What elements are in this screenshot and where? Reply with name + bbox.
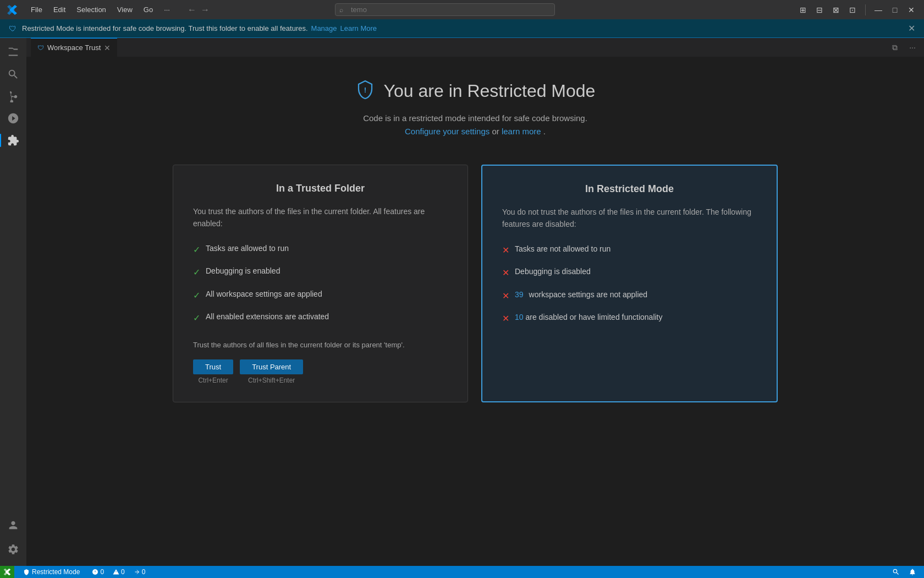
trust-parent-shortcut: Ctrl+Shift+Enter [248, 377, 295, 384]
trusted-card-description: You trust the authors of the files in th… [193, 205, 448, 230]
x-icon: ✕ [502, 313, 509, 325]
status-errors: 0 0 0 [89, 566, 148, 578]
shield-icon: 🛡 [9, 24, 16, 33]
maximize-button[interactable]: □ [889, 4, 901, 16]
check-icon: ✓ [193, 312, 200, 324]
restricted-mode-label: Restricted Mode [32, 568, 80, 576]
layout-icon-3[interactable]: ⊠ [830, 4, 842, 16]
x-icon: ✕ [502, 290, 509, 302]
trusted-folder-card: In a Trusted Folder You trust the author… [173, 165, 468, 402]
restricted-features-list: ✕ Tasks are not allowed to run ✕ Debuggi… [502, 244, 757, 325]
header-section: ! You are in Restricted Mode Code is in … [228, 79, 723, 138]
workspace-settings-link[interactable]: 39 [515, 290, 524, 301]
menu-selection[interactable]: Selection [72, 4, 110, 15]
configure-settings-link[interactable]: Configure your settings [405, 127, 490, 136]
tab-close-button[interactable]: ✕ [104, 43, 111, 52]
list-item: ✓ Tasks are allowed to run [193, 243, 448, 256]
trust-buttons-group: Trust Ctrl+Enter Trust Parent Ctrl+Shift… [193, 359, 448, 384]
split-editor-button[interactable]: ⧉ [888, 40, 902, 54]
sidebar-item-explorer[interactable] [3, 42, 23, 62]
title-bar: File Edit Selection View Go ··· ← → ⌕ ⊞ … [0, 0, 924, 19]
activity-bar [0, 38, 26, 566]
header-subtitle: Code is in a restricted mode intended fo… [228, 112, 723, 138]
errors-item[interactable]: 0 [89, 566, 107, 578]
tab-shield-icon: 🛡 [37, 44, 44, 52]
vscode-status-icon[interactable] [0, 566, 14, 578]
info-item[interactable]: 0 [130, 566, 149, 578]
check-icon: ✓ [193, 290, 200, 302]
settings-button[interactable] [3, 539, 23, 559]
list-item: ✓ All enabled extensions are activated [193, 312, 448, 324]
list-item: ✕ 39 workspace settings are not applied [502, 290, 757, 302]
layout-icon-1[interactable]: ⊞ [797, 4, 809, 16]
extensions-link[interactable]: 10 [515, 313, 524, 321]
menu-file[interactable]: File [26, 4, 47, 15]
menu-more[interactable]: ··· [160, 4, 174, 15]
page-title: ! You are in Restricted Mode [228, 79, 723, 103]
editor-area: 🛡 Workspace Trust ✕ ⧉ ··· ! [26, 38, 924, 566]
learn-more-link[interactable]: Learn More [340, 24, 377, 32]
main-area: 🛡 Workspace Trust ✕ ⧉ ··· ! [0, 38, 924, 566]
tab-label: Workspace Trust [47, 43, 101, 52]
list-item: ✕ 10 are disabled or have limited functi… [502, 312, 757, 325]
list-item: ✕ Debugging is disabled [502, 266, 757, 279]
search-input[interactable] [335, 3, 555, 16]
trusted-features-list: ✓ Tasks are allowed to run ✓ Debugging i… [193, 243, 448, 325]
tab-workspace-trust[interactable]: 🛡 Workspace Trust ✕ [31, 38, 117, 57]
menu-go[interactable]: Go [139, 4, 157, 15]
trust-note: Trust the authors of all files in the cu… [193, 340, 448, 351]
notification-close-button[interactable]: ✕ [908, 23, 915, 34]
sidebar-item-run-debug[interactable] [3, 108, 23, 128]
status-right [889, 566, 920, 578]
search-bar: ⌕ [335, 3, 555, 16]
check-icon: ✓ [193, 266, 200, 279]
tab-bar-actions: ⧉ ··· [888, 40, 920, 54]
list-item: ✓ Debugging is enabled [193, 266, 448, 279]
menu-bar: File Edit Selection View Go ··· [26, 4, 174, 15]
list-item: ✕ Tasks are not allowed to run [502, 244, 757, 257]
restricted-mode-card: In Restricted Mode You do not trust the … [481, 165, 778, 402]
restricted-mode-status[interactable]: Restricted Mode [19, 566, 84, 578]
window-controls: ⊞ ⊟ ⊠ ⊡ — □ ✕ [797, 4, 917, 16]
trust-button-wrap: Trust Ctrl+Enter [193, 359, 233, 384]
menu-view[interactable]: View [113, 4, 137, 15]
trust-shortcut: Ctrl+Enter [198, 377, 228, 384]
layout-icon-4[interactable]: ⊡ [846, 4, 859, 16]
x-icon: ✕ [502, 267, 509, 279]
sidebar-item-extensions[interactable] [3, 130, 23, 150]
menu-edit[interactable]: Edit [49, 4, 70, 15]
sidebar-item-source-control[interactable] [3, 86, 23, 106]
notifications-button[interactable] [905, 566, 920, 578]
status-bar: Restricted Mode 0 0 0 [0, 566, 924, 578]
notification-text: Restricted Mode is intended for safe cod… [22, 24, 308, 32]
search-icon: ⌕ [339, 6, 343, 14]
status-left: Restricted Mode 0 0 0 [4, 566, 148, 578]
more-actions-button[interactable]: ··· [905, 40, 920, 54]
trusted-card-title: In a Trusted Folder [193, 183, 448, 194]
close-button[interactable]: ✕ [905, 4, 917, 16]
zoom-button[interactable] [889, 566, 903, 578]
app-logo [7, 4, 18, 15]
list-item: ✓ All workspace settings are applied [193, 289, 448, 302]
sidebar-item-search[interactable] [3, 64, 23, 84]
layout-icon-2[interactable]: ⊟ [813, 4, 826, 16]
cards-container: In a Trusted Folder You trust the author… [173, 165, 778, 402]
accounts-button[interactable] [3, 515, 23, 535]
nav-back-button[interactable]: ← [188, 5, 196, 15]
trust-parent-button[interactable]: Trust Parent [240, 359, 303, 374]
manage-link[interactable]: Manage [311, 24, 337, 32]
activity-bar-bottom [3, 515, 23, 561]
learn-more-content-link[interactable]: learn more [502, 127, 541, 136]
warnings-item[interactable]: 0 [109, 566, 128, 578]
restricted-card-title: In Restricted Mode [502, 183, 757, 195]
trust-button[interactable]: Trust [193, 359, 233, 374]
tab-bar: 🛡 Workspace Trust ✕ ⧉ ··· [26, 38, 924, 57]
minimize-button[interactable]: — [872, 4, 884, 16]
nav-forward-button[interactable]: → [201, 5, 210, 15]
content-area: ! You are in Restricted Mode Code is in … [26, 57, 924, 566]
check-icon: ✓ [193, 244, 200, 256]
restricted-card-description: You do not trust the authors of the file… [502, 206, 757, 231]
trust-parent-button-wrap: Trust Parent Ctrl+Shift+Enter [240, 359, 303, 384]
x-icon: ✕ [502, 244, 509, 257]
notification-banner: 🛡 Restricted Mode is intended for safe c… [0, 19, 924, 38]
